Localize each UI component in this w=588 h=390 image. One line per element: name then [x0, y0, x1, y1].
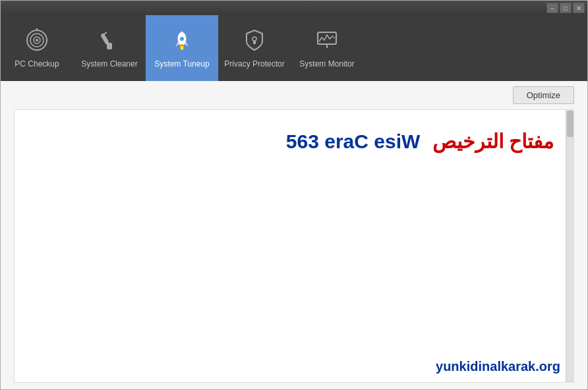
heading-english: Wise Care 365 — [286, 130, 420, 152]
scroll-thumb — [567, 111, 573, 137]
tab-privacy-protector[interactable]: Privacy Protector — [218, 15, 291, 81]
tuneup-icon — [170, 28, 194, 55]
svg-rect-6 — [107, 43, 112, 49]
tab-system-monitor-label: System Monitor — [299, 59, 354, 69]
heading-arabic: مفتاح الترخيص — [432, 130, 554, 152]
scroll-track[interactable] — [566, 110, 573, 382]
tab-system-tuneup-label: System Tuneup — [154, 59, 209, 69]
svg-line-7 — [103, 32, 107, 35]
tab-system-monitor[interactable]: System Monitor — [291, 15, 363, 81]
close-button[interactable]: ✕ — [573, 3, 585, 13]
svg-point-13 — [181, 46, 183, 50]
monitor-icon — [315, 28, 339, 55]
watermark: yunkidinalkarak.org — [436, 359, 560, 374]
app-window: – □ ✕ PC Checkup — [0, 0, 588, 390]
title-bar: – □ ✕ — [1, 1, 587, 15]
tab-system-cleaner[interactable]: System Cleaner — [73, 15, 146, 81]
tab-system-tuneup[interactable]: System Tuneup — [146, 15, 218, 81]
svg-rect-16 — [253, 41, 256, 44]
toolbar: Optimize — [1, 81, 587, 109]
tab-pc-checkup-label: PC Checkup — [15, 59, 59, 69]
main-panel: مفتاح الترخيص Wise Care 365 yunkidinalka… — [14, 109, 574, 383]
cleaner-icon — [98, 28, 121, 55]
tab-privacy-protector-label: Privacy Protector — [224, 59, 284, 69]
main-heading: مفتاح الترخيص Wise Care 365 — [34, 130, 554, 153]
minimize-button[interactable]: – — [546, 3, 558, 13]
tab-system-cleaner-label: System Cleaner — [81, 59, 137, 69]
checkup-icon — [25, 28, 49, 55]
nav-bar: PC Checkup System Cleaner — [1, 15, 587, 81]
maximize-button[interactable]: □ — [560, 3, 572, 13]
content-area: Optimize مفتاح الترخيص Wise Care 365 yun… — [1, 81, 587, 389]
svg-point-15 — [252, 37, 256, 41]
svg-point-14 — [180, 37, 184, 41]
optimize-button[interactable]: Optimize — [513, 86, 574, 104]
tab-pc-checkup[interactable]: PC Checkup — [1, 15, 73, 81]
privacy-icon — [243, 28, 266, 55]
svg-point-3 — [36, 39, 38, 42]
